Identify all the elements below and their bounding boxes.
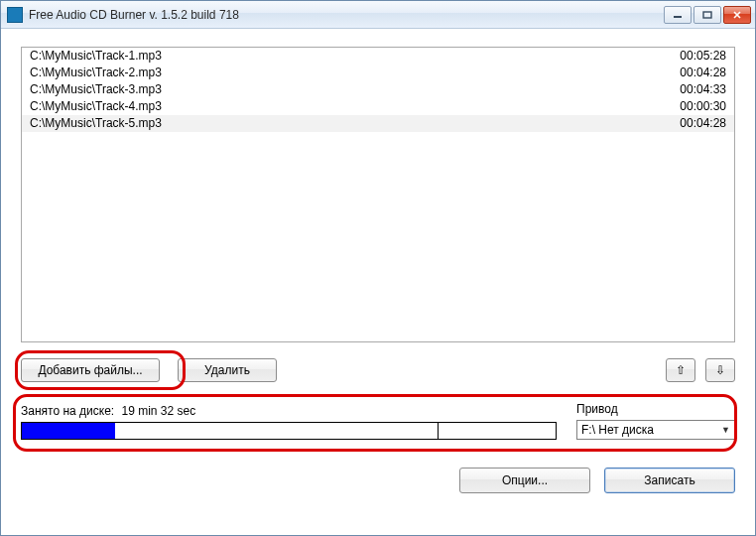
svg-rect-1 bbox=[703, 12, 711, 18]
track-row[interactable]: C:\MyMusic\Track-4.mp300:00:30 bbox=[22, 98, 734, 115]
titlebar: Free Audio CD Burner v. 1.5.2 build 718 bbox=[1, 1, 755, 29]
window-title: Free Audio CD Burner v. 1.5.2 build 718 bbox=[29, 8, 664, 22]
track-row[interactable]: C:\MyMusic\Track-5.mp300:04:28 bbox=[22, 115, 734, 132]
arrow-up-icon: ⇧ bbox=[676, 364, 686, 376]
track-path: C:\MyMusic\Track-5.mp3 bbox=[30, 115, 162, 132]
burn-button[interactable]: Записать bbox=[604, 468, 735, 493]
track-duration: 00:04:33 bbox=[680, 81, 726, 98]
add-files-button[interactable]: Добавить файлы... bbox=[21, 358, 160, 382]
app-window: Free Audio CD Burner v. 1.5.2 build 718 … bbox=[0, 0, 756, 536]
maximize-button[interactable] bbox=[693, 6, 721, 24]
track-path: C:\MyMusic\Track-1.mp3 bbox=[30, 48, 162, 65]
maximize-icon bbox=[702, 11, 712, 19]
reorder-buttons: ⇧ ⇩ bbox=[666, 358, 735, 382]
drive-label: Привод bbox=[576, 402, 735, 416]
options-button[interactable]: Опции... bbox=[459, 468, 590, 493]
toolbar-row: Добавить файлы... Удалить ⇧ ⇩ bbox=[21, 358, 735, 382]
track-path: C:\MyMusic\Track-2.mp3 bbox=[30, 65, 162, 81]
move-up-button[interactable]: ⇧ bbox=[666, 358, 695, 382]
drive-select[interactable]: F:\ Нет диска ▼ bbox=[576, 420, 735, 440]
close-icon bbox=[732, 11, 742, 19]
track-path: C:\MyMusic\Track-4.mp3 bbox=[30, 98, 162, 115]
track-row[interactable]: C:\MyMusic\Track-1.mp300:05:28 bbox=[22, 48, 734, 65]
delete-button[interactable]: Удалить bbox=[178, 358, 277, 382]
disk-section: Занято на диске: 19 min 32 sec Привод F:… bbox=[21, 402, 735, 440]
move-down-button[interactable]: ⇩ bbox=[705, 358, 735, 382]
track-duration: 00:04:28 bbox=[680, 115, 726, 132]
track-row[interactable]: C:\MyMusic\Track-2.mp300:04:28 bbox=[22, 65, 734, 81]
chevron-down-icon: ▼ bbox=[721, 425, 730, 435]
arrow-down-icon: ⇩ bbox=[715, 364, 725, 376]
track-duration: 00:00:30 bbox=[680, 98, 726, 115]
app-icon bbox=[7, 7, 23, 23]
drive-selected-value: F:\ Нет диска bbox=[581, 423, 721, 437]
track-duration: 00:05:28 bbox=[680, 48, 726, 65]
track-row[interactable]: C:\MyMusic\Track-3.mp300:04:33 bbox=[22, 81, 734, 98]
client-area: C:\MyMusic\Track-1.mp300:05:28C:\MyMusic… bbox=[1, 29, 755, 535]
track-duration: 00:04:28 bbox=[680, 65, 726, 81]
track-list[interactable]: C:\MyMusic\Track-1.mp300:05:28C:\MyMusic… bbox=[21, 47, 735, 342]
disk-usage-fill bbox=[22, 423, 115, 439]
minimize-button[interactable] bbox=[664, 6, 692, 24]
window-controls bbox=[664, 6, 751, 24]
minimize-icon bbox=[673, 11, 683, 19]
close-button[interactable] bbox=[723, 6, 751, 24]
disk-usage-label: Занято на диске: bbox=[21, 404, 114, 418]
disk-usage-value: 19 min 32 sec bbox=[122, 404, 196, 418]
disk-usage-label-row: Занято на диске: 19 min 32 sec bbox=[21, 404, 557, 418]
footer-row: Опции... Записать bbox=[21, 468, 735, 493]
disk-usage-bar bbox=[21, 422, 557, 440]
track-path: C:\MyMusic\Track-3.mp3 bbox=[30, 81, 162, 98]
